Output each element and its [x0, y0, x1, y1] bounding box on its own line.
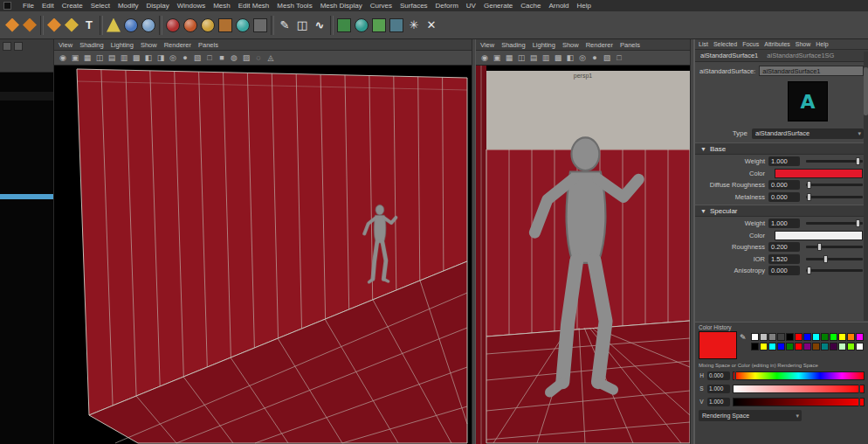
attr-slider[interactable] — [806, 160, 863, 163]
section-tool-icon[interactable]: ◫ — [295, 18, 309, 32]
viewport-menu-item[interactable]: Shading — [501, 41, 526, 49]
hue-slider[interactable] — [733, 371, 865, 380]
menubar-item[interactable]: Create — [62, 2, 83, 10]
film-gate-icon[interactable]: ◫ — [515, 51, 527, 65]
outliner-panel[interactable] — [0, 39, 54, 444]
pencil-tool-icon[interactable]: ✎ — [278, 18, 292, 32]
attr-value-field[interactable]: 0.000 — [768, 180, 800, 190]
menubar-item[interactable]: Mesh Tools — [277, 2, 312, 10]
ae-menu-item[interactable]: Attributes — [764, 41, 790, 47]
field-chart-icon[interactable]: ▩ — [130, 51, 142, 65]
green-cube-icon[interactable] — [337, 18, 351, 32]
viewport-menu-item[interactable]: View — [480, 41, 494, 49]
outliner-filter-icon[interactable] — [3, 42, 11, 51]
curves-diamond-2-icon[interactable] — [23, 18, 37, 32]
motion-blur-icon[interactable]: ▨ — [240, 51, 252, 65]
outliner-selected-item[interactable] — [0, 194, 53, 199]
palette-cell[interactable] — [838, 333, 846, 341]
palette-cell[interactable] — [795, 343, 803, 350]
menubar-item[interactable]: Arnold — [548, 2, 568, 10]
ae-menu-item[interactable]: Help — [816, 41, 828, 47]
hue-value-field[interactable]: 0.000 — [707, 371, 730, 380]
palette-cell[interactable] — [856, 343, 864, 350]
ae-menu-item[interactable]: List — [699, 41, 708, 47]
menubar-item[interactable]: Display — [147, 2, 169, 10]
saturation-slider[interactable] — [733, 385, 865, 393]
value-value-field[interactable]: 1.000 — [707, 398, 730, 406]
molecule-icon[interactable] — [141, 18, 155, 32]
nurbs-diamond-yellow-icon[interactable] — [65, 18, 79, 32]
lattice-box-icon[interactable] — [389, 18, 403, 32]
ae-menu-item[interactable]: Focus — [742, 41, 759, 47]
palette-cell[interactable] — [812, 343, 820, 350]
viewport-menu-item[interactable]: View — [59, 41, 72, 49]
viewport-menu-item[interactable]: Panels — [620, 41, 640, 49]
menubar-item[interactable]: File — [23, 2, 34, 10]
palette-cell[interactable] — [786, 343, 794, 350]
palette-cell[interactable] — [830, 343, 837, 350]
attr-value-field[interactable]: 0.000 — [768, 266, 800, 275]
palette-cell[interactable] — [768, 343, 776, 350]
shadows-icon[interactable]: ■ — [216, 51, 228, 65]
palette-cell[interactable] — [795, 333, 803, 341]
textured-icon[interactable]: ▧ — [191, 51, 203, 65]
menubar-item[interactable]: Generate — [484, 2, 513, 10]
resolution-gate-icon[interactable]: ▤ — [106, 51, 118, 65]
xray-icon[interactable]: ◬ — [265, 51, 277, 65]
palette-cell[interactable] — [760, 343, 768, 350]
palette-cell[interactable] — [830, 333, 837, 341]
scrollbar-thumb[interactable] — [864, 67, 868, 115]
wireframe-icon[interactable]: ◎ — [167, 51, 179, 65]
viewport-menu-item[interactable]: Renderer — [164, 41, 191, 49]
palette-cell[interactable] — [760, 333, 768, 341]
palette-cell[interactable] — [847, 333, 855, 341]
viewport-menu-item[interactable]: Show — [141, 41, 157, 49]
menubar-item[interactable]: Edit — [42, 2, 54, 10]
lock-camera-icon[interactable]: ▣ — [491, 51, 503, 65]
menubar-item[interactable]: UV — [466, 2, 476, 10]
textured-icon[interactable]: ▧ — [601, 51, 613, 65]
section-header-base[interactable]: ▼ Base — [695, 142, 868, 155]
attr-value-field[interactable]: 1.000 — [768, 219, 800, 228]
viewport-menu-item[interactable]: Show — [562, 41, 579, 49]
attr-value-field[interactable]: 0.200 — [768, 242, 800, 252]
gate-mask-icon[interactable]: ▥ — [540, 51, 552, 65]
ao-icon[interactable]: ◍ — [228, 51, 240, 65]
lighting-icon[interactable]: □ — [203, 51, 216, 65]
select-camera-icon[interactable]: ◉ — [479, 51, 491, 65]
eyedropper-icon[interactable]: ✎ — [740, 333, 747, 342]
viewport-menu-item[interactable]: Shading — [79, 41, 104, 49]
wireframe-icon[interactable]: ◎ — [576, 51, 589, 65]
select-camera-icon[interactable]: ◉ — [57, 51, 69, 65]
attr-slider[interactable] — [806, 196, 863, 198]
uv-tool-icon[interactable] — [253, 18, 267, 32]
color-space-dropdown[interactable]: Rendering Space — [699, 410, 802, 421]
lock-camera-icon[interactable]: ▣ — [69, 51, 81, 65]
atom-icon[interactable] — [124, 18, 138, 32]
palette-cell[interactable] — [821, 343, 829, 350]
viewport-menu-item[interactable]: Lighting — [533, 41, 555, 49]
outliner-sort-icon[interactable] — [14, 42, 23, 51]
menubar-item[interactable]: Select — [91, 2, 110, 10]
film-gate-icon[interactable]: ◫ — [93, 51, 106, 65]
attr-slider[interactable] — [806, 269, 863, 272]
lighting-icon[interactable]: □ — [613, 51, 625, 65]
ae-tab[interactable]: aiStandardSurface1SG — [767, 52, 834, 59]
menubar-item[interactable]: Curves — [370, 2, 392, 10]
green-plane-icon[interactable] — [372, 18, 386, 32]
outliner-item[interactable] — [0, 92, 53, 101]
palette-cell[interactable] — [856, 333, 864, 341]
palette-cell[interactable] — [777, 333, 785, 341]
text-tool-icon[interactable]: T — [82, 18, 96, 32]
palette-cell[interactable] — [821, 333, 829, 341]
section-header-specular[interactable]: ▼ Specular — [695, 205, 868, 217]
attr-value-field[interactable]: 1.520 — [768, 254, 800, 264]
type-dropdown[interactable]: aiStandardSurface — [752, 128, 864, 139]
attr-slider[interactable] — [806, 258, 863, 260]
palette-cell[interactable] — [847, 343, 855, 350]
gate-mask-icon[interactable]: ▥ — [118, 51, 130, 65]
grid-toggle-icon[interactable]: ▦ — [503, 51, 515, 65]
menubar-item[interactable]: Modify — [118, 2, 139, 10]
palette-cell[interactable] — [803, 333, 811, 341]
ae-tab[interactable]: aiStandardSurface1 — [700, 52, 758, 59]
